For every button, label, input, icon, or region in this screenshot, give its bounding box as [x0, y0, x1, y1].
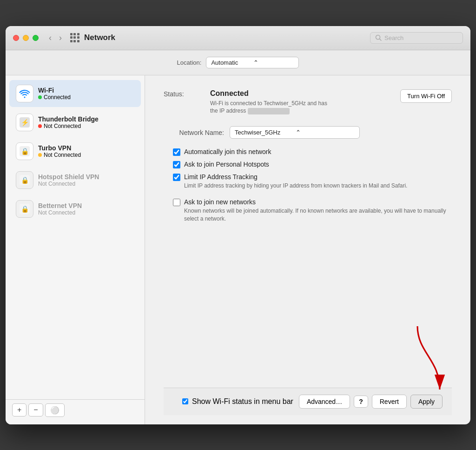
- search-icon: [375, 34, 382, 41]
- limit-tracking-checkbox[interactable]: [173, 174, 180, 181]
- annotation-arrow: [405, 322, 452, 397]
- hotspot-icon: 🔒: [16, 171, 33, 189]
- forward-button[interactable]: ›: [56, 32, 65, 44]
- detail-panel: Status: Connected Wi-Fi is connected to …: [145, 75, 470, 424]
- thunderbolt-status: Not Connected: [38, 123, 134, 129]
- close-button[interactable]: [13, 35, 19, 41]
- turbo-vpn-name: Turbo VPN: [38, 144, 134, 152]
- turbo-vpn-status: Not Connected: [38, 152, 134, 158]
- show-wifi-label: Show Wi-Fi status in menu bar: [192, 397, 293, 406]
- thunderbolt-svg: ⚡: [20, 117, 30, 128]
- sidebar-footer: + − ⚪: [6, 399, 145, 421]
- thunderbolt-info: Thunderbolt Bridge Not Connected: [38, 115, 134, 129]
- minimize-button[interactable]: [23, 35, 29, 41]
- status-label: Status:: [164, 89, 210, 98]
- maximize-button[interactable]: [33, 35, 39, 41]
- location-label: Location:: [177, 59, 202, 66]
- svg-text:⚡: ⚡: [21, 119, 29, 127]
- network-name-select[interactable]: Techwiser_5GHz ⌃: [230, 126, 360, 139]
- more-options-button[interactable]: ⚪: [45, 403, 65, 417]
- new-networks-label: Ask to join new networks: [184, 198, 256, 206]
- network-name-label: Network Name:: [164, 129, 224, 136]
- sidebar: Wi-Fi Connected ⚡ Thunderbolt Bridge: [6, 75, 145, 424]
- grid-icon[interactable]: [70, 33, 79, 42]
- wifi-status: Connected: [38, 94, 134, 101]
- personal-hotspot-label: Ask to join Personal Hotspots: [184, 161, 269, 168]
- auto-join-label: Automatically join this network: [184, 148, 271, 155]
- thunderbolt-icon: ⚡: [16, 114, 33, 131]
- show-wifi-row: Show Wi-Fi status in menu bar: [182, 397, 299, 406]
- sidebar-item-wifi[interactable]: Wi-Fi Connected: [9, 80, 141, 107]
- checkbox-auto-join-row: Automatically join this network: [173, 148, 452, 156]
- status-row: Status: Connected Wi-Fi is connected to …: [164, 89, 452, 115]
- wifi-icon: [16, 85, 33, 102]
- location-value: Automatic: [211, 59, 251, 66]
- titlebar: ‹ › Network: [6, 26, 470, 50]
- location-select[interactable]: Automatic ⌃: [206, 57, 299, 68]
- svg-text:🔒: 🔒: [21, 148, 29, 155]
- hotspot-svg: 🔒: [20, 175, 30, 185]
- search-input[interactable]: [384, 34, 458, 41]
- search-box[interactable]: [370, 32, 463, 44]
- turbo-vpn-status-dot: [38, 153, 42, 157]
- hotspot-info: Hotspot Shield VPN Not Connected: [38, 173, 134, 187]
- main-content: Wi-Fi Connected ⚡ Thunderbolt Bridge: [6, 75, 470, 424]
- betternet-name: Betternet VPN: [38, 202, 134, 209]
- traffic-lights: [13, 35, 39, 41]
- checkbox-new-networks-row: Ask to join new networks Known networks …: [173, 198, 452, 223]
- betternet-svg: 🔒: [20, 204, 30, 214]
- turbo-vpn-info: Turbo VPN Not Connected: [38, 144, 134, 158]
- hotspot-status: Not Connected: [38, 181, 134, 187]
- wifi-name: Wi-Fi: [38, 87, 134, 94]
- help-button[interactable]: ?: [354, 396, 368, 408]
- location-bar: Location: Automatic ⌃: [6, 50, 470, 75]
- sidebar-item-thunderbolt[interactable]: ⚡ Thunderbolt Bridge Not Connected: [9, 109, 141, 136]
- limit-tracking-label: Limit IP Address Tracking: [184, 173, 258, 181]
- status-content: Connected Wi-Fi is connected to Techwise…: [210, 89, 393, 115]
- svg-line-1: [380, 39, 382, 41]
- new-networks-checkbox[interactable]: [173, 199, 180, 206]
- network-name-row: Network Name: Techwiser_5GHz ⌃: [164, 126, 452, 139]
- system-preferences-window: ‹ › Network Location: Automatic ⌃: [6, 26, 470, 424]
- page-title: Network: [84, 33, 370, 42]
- betternet-status: Not Connected: [38, 209, 134, 216]
- back-button[interactable]: ‹: [46, 32, 54, 44]
- wifi-info: Wi-Fi Connected: [38, 87, 134, 101]
- new-networks-description: Known networks will be joined automatica…: [184, 207, 452, 223]
- hotspot-name: Hotspot Shield VPN: [38, 173, 134, 181]
- checkbox-section: Automatically join this network Ask to j…: [173, 148, 452, 222]
- svg-text:🔒: 🔒: [21, 205, 29, 213]
- turbo-vpn-icon: 🔒: [16, 142, 33, 160]
- revert-button[interactable]: Revert: [372, 395, 407, 409]
- limit-tracking-description: Limit IP address tracking by hiding your…: [184, 182, 452, 190]
- svg-text:🔒: 🔒: [21, 176, 29, 184]
- thunderbolt-name: Thunderbolt Bridge: [38, 115, 134, 123]
- network-name-value: Techwiser_5GHz: [235, 129, 294, 136]
- sidebar-item-betternet[interactable]: 🔒 Betternet VPN Not Connected: [9, 195, 141, 222]
- wifi-svg: [19, 89, 30, 98]
- status-description: Wi-Fi is connected to Techwiser_5GHz and…: [210, 100, 393, 115]
- checkbox-limit-tracking-row: Limit IP Address Tracking Limit IP addre…: [173, 173, 452, 190]
- betternet-info: Betternet VPN Not Connected: [38, 202, 134, 216]
- remove-network-button[interactable]: −: [28, 403, 43, 416]
- nav-buttons: ‹ ›: [46, 32, 65, 44]
- turbo-vpn-svg: 🔒: [20, 146, 30, 156]
- wifi-status-dot: [38, 95, 42, 99]
- show-wifi-checkbox[interactable]: [182, 398, 188, 404]
- status-value: Connected: [210, 89, 249, 97]
- sidebar-item-hotspot[interactable]: 🔒 Hotspot Shield VPN Not Connected: [9, 167, 141, 194]
- thunderbolt-status-dot: [38, 124, 42, 128]
- turn-wifi-button[interactable]: Turn Wi-Fi Off: [400, 89, 452, 103]
- auto-join-checkbox[interactable]: [173, 148, 180, 156]
- location-chevron-icon: ⌃: [253, 59, 294, 66]
- spacer: [164, 222, 452, 387]
- betternet-icon: 🔒: [16, 200, 33, 218]
- network-name-chevron-icon: ⌃: [296, 129, 355, 136]
- checkbox-hotspot-row: Ask to join Personal Hotspots: [173, 161, 452, 168]
- advanced-button[interactable]: Advanced…: [299, 395, 350, 409]
- personal-hotspot-checkbox[interactable]: [173, 161, 180, 168]
- ip-address-redacted: [248, 108, 290, 114]
- add-network-button[interactable]: +: [12, 403, 26, 416]
- sidebar-item-turbo-vpn[interactable]: 🔒 Turbo VPN Not Connected: [9, 138, 141, 165]
